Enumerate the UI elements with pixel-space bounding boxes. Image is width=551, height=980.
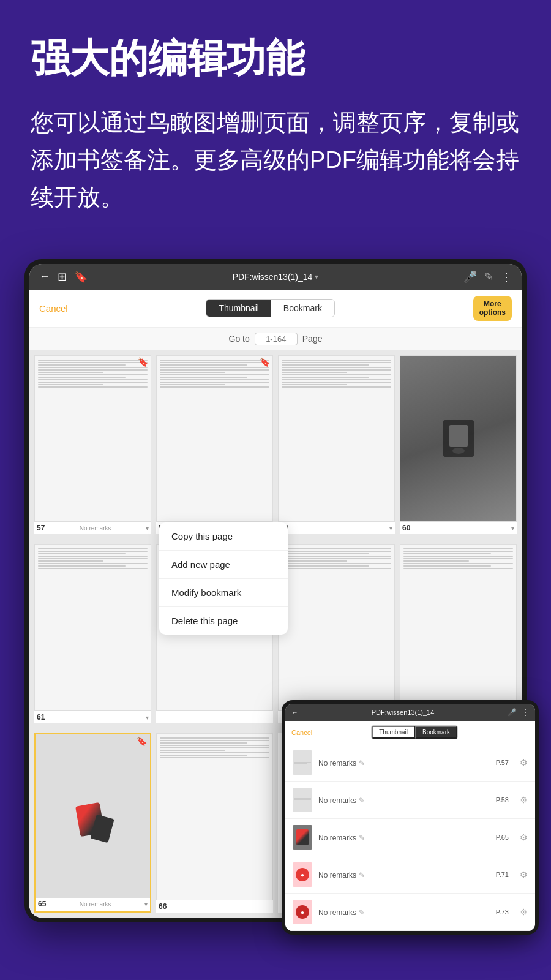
bookmark-title-58: No remarks <box>318 796 356 805</box>
mic-icon[interactable]: 🎤 <box>463 270 477 284</box>
small-tablet-inner: ← PDF:wissen13(1)_14 🎤 ⋮ Cancel Thumbnai… <box>285 704 535 931</box>
bookmark-tab[interactable]: Bookmark <box>271 300 334 317</box>
thumbnail-tab[interactable]: Thumbnail <box>206 300 271 317</box>
bookmark-title-71: No remarks <box>318 871 356 880</box>
thumb-img-64 <box>400 544 517 711</box>
toolbar-right: 🎤 ✎ ⋮ <box>463 270 512 284</box>
bookmark-thumb-71: ● <box>293 862 312 887</box>
bookmark-flag-icon[interactable]: 🔖 <box>74 270 88 284</box>
settings-icon-73[interactable]: ⚙ <box>520 907 528 917</box>
edit-icon-73[interactable]: ✎ <box>359 908 365 917</box>
small-mic-icon[interactable]: 🎤 <box>508 708 517 717</box>
add-page-item[interactable]: Add new page <box>159 551 288 579</box>
more-options-button[interactable]: More options <box>473 296 512 321</box>
small-panel-header: Cancel Thumbnail Bookmark <box>285 721 535 744</box>
thumb-item-64[interactable] <box>400 544 517 723</box>
bookmark-info-65: No remarks ✎ <box>318 832 490 843</box>
device-section: ← ⊞ 🔖 PDF:wissen13(1)_14 ▾ 🎤 ✎ ⋮ <box>0 235 551 922</box>
thumb-img-57: 🔖 <box>34 355 151 522</box>
chevron-59[interactable]: ▾ <box>389 525 392 532</box>
chevron-61[interactable]: ▾ <box>146 714 149 721</box>
settings-icon-71[interactable]: ⚙ <box>520 870 528 880</box>
bookmark-title-65: No remarks <box>318 834 356 842</box>
page-lines-61 <box>35 545 151 574</box>
small-cancel-button[interactable]: Cancel <box>291 729 312 736</box>
edit-icon-57[interactable]: ✎ <box>359 759 365 767</box>
goto-bar: Go to Page <box>29 328 522 350</box>
settings-icon-65[interactable]: ⚙ <box>520 832 528 842</box>
thumb-label-60: 60 ▾ <box>400 522 517 534</box>
bookmark-page-71: P.71 <box>496 871 509 878</box>
bookmark-row-71[interactable]: ● No remarks ✎ P.71 ⚙ <box>285 856 535 894</box>
header-section: 强大的编辑功能 您可以通过鸟瞰图增删页面，调整页序，复制或添加书签备注。更多高级… <box>0 0 551 235</box>
chevron-65[interactable]: ▾ <box>144 901 148 908</box>
edit-icon-71[interactable]: ✎ <box>359 871 365 880</box>
thumb-item-57[interactable]: 🔖 57 No remarks ▾ <box>34 355 151 535</box>
bookmark-row-73[interactable]: ● No remarks ✎ P.73 ⚙ <box>285 894 535 931</box>
delete-page-item[interactable]: Delete this page <box>159 607 288 635</box>
bookmark-57-icon: 🔖 <box>138 357 148 367</box>
small-toolbar: ← PDF:wissen13(1)_14 🎤 ⋮ <box>285 704 535 721</box>
bookmark-page-65: P.65 <box>496 834 509 841</box>
page-lines-57 <box>35 356 151 393</box>
page-lines-58 <box>157 356 272 393</box>
grid-icon[interactable]: ⊞ <box>58 270 67 284</box>
thumb-img-59 <box>278 355 395 522</box>
small-tab-group: Thumbnail Bookmark <box>371 725 458 739</box>
goto-input[interactable] <box>255 333 298 345</box>
small-tablet-overlay: ← PDF:wissen13(1)_14 🎤 ⋮ Cancel Thumbnai… <box>282 700 539 935</box>
page-num-60: 60 <box>402 524 410 532</box>
small-more-icon[interactable]: ⋮ <box>522 708 529 717</box>
bookmark-thumb-57 <box>293 750 312 775</box>
settings-icon-58[interactable]: ⚙ <box>520 795 528 805</box>
small-back-icon[interactable]: ← <box>291 709 298 716</box>
thumb-label-65: 65 No remarks ▾ <box>36 898 150 910</box>
thumb-item-61[interactable]: 61 ▾ <box>34 544 151 723</box>
settings-icon-57[interactable]: ⚙ <box>520 758 528 767</box>
thumb-item-60[interactable]: 60 ▾ <box>400 355 517 535</box>
edit-icon-65[interactable]: ✎ <box>359 834 365 842</box>
bookmark-list: No remarks ✎ P.57 ⚙ <box>285 744 535 931</box>
page-label: Page <box>302 334 323 344</box>
thumb-item-65[interactable]: 🔖 65 No remarks <box>34 733 151 913</box>
thumb-img-61 <box>34 544 151 711</box>
chevron-60[interactable]: ▾ <box>511 525 514 532</box>
thumb-label-57: 57 No remarks ▾ <box>34 522 151 534</box>
bookmark-row-65[interactable]: No remarks ✎ P.65 ⚙ <box>285 819 535 856</box>
toolbar-title: PDF:wissen13(1)_14 <box>233 272 313 282</box>
bookmark-info-58: No remarks ✎ <box>318 794 490 805</box>
bookmark-thumb-58 <box>293 788 312 812</box>
main-title: 强大的编辑功能 <box>31 37 520 80</box>
tab-group: Thumbnail Bookmark <box>206 299 334 317</box>
small-thumbnail-tab[interactable]: Thumbnail <box>372 726 415 739</box>
thumb-label-59: 59 ▾ <box>278 522 395 534</box>
small-bookmark-tab[interactable]: Bookmark <box>415 726 457 739</box>
chevron-icon[interactable]: ▾ <box>315 273 318 281</box>
thumb-item-63[interactable] <box>278 544 395 723</box>
thumb-item-66[interactable]: 66 <box>156 733 273 913</box>
modify-bookmark-item[interactable]: Modify bookmark <box>159 579 288 607</box>
thumb-img-58: 🔖 <box>156 355 273 522</box>
bookmark-page-57: P.57 <box>496 759 509 766</box>
thumb-label-61: 61 ▾ <box>34 711 151 723</box>
bookmark-title-73: No remarks <box>318 908 356 917</box>
thumb-img-60 <box>400 355 517 522</box>
more-icon[interactable]: ⋮ <box>501 270 512 284</box>
chevron-57[interactable]: ▾ <box>146 525 149 532</box>
back-icon[interactable]: ← <box>39 270 50 283</box>
thumb-item-58[interactable]: 🔖 58 No remarks ▾ <box>156 355 273 535</box>
cancel-button[interactable]: Cancel <box>39 303 68 314</box>
copy-page-item[interactable]: Copy this page <box>159 522 288 551</box>
edit-icon-58[interactable]: ✎ <box>359 796 365 805</box>
bookmark-row-57[interactable]: No remarks ✎ P.57 ⚙ <box>285 744 535 782</box>
page-lines-64 <box>400 545 516 574</box>
bookmark-info-73: No remarks ✎ <box>318 907 490 918</box>
thumb-item-59[interactable]: 59 ▾ <box>278 355 395 535</box>
page-num-61: 61 <box>37 713 45 722</box>
bookmark-row-58[interactable]: No remarks ✎ P.58 ⚙ <box>285 782 535 819</box>
thumb-img-65: 🔖 <box>36 734 150 898</box>
pen-icon[interactable]: ✎ <box>484 270 493 284</box>
thumb-img-63 <box>278 544 395 711</box>
app-toolbar: ← ⊞ 🔖 PDF:wissen13(1)_14 ▾ 🎤 ✎ ⋮ <box>29 264 522 290</box>
dropdown-menu: Copy this page Add new page Modify bookm… <box>159 522 288 635</box>
